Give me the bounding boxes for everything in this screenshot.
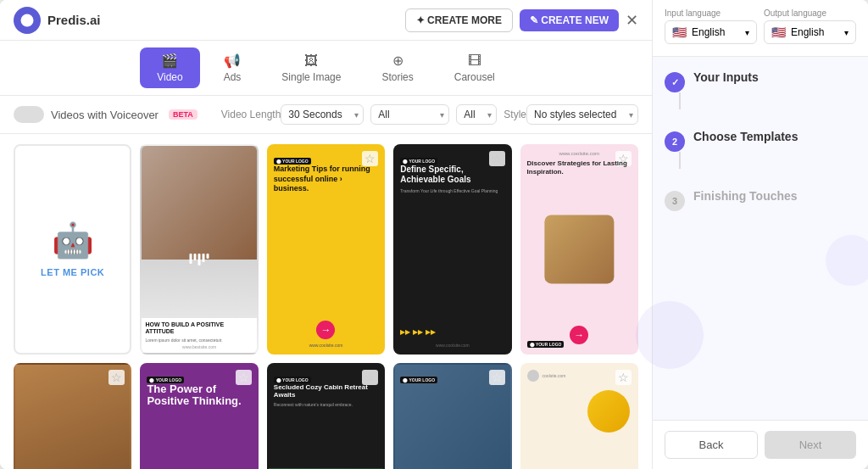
template-card-10[interactable]: ☆ coolsite.com ▶ xyxy=(520,363,638,469)
card4-site: www.coolsite.com xyxy=(395,343,509,348)
template-wrap: All xyxy=(456,104,497,125)
input-lang-select[interactable]: 🇺🇸 English ▾ xyxy=(665,20,757,44)
bookmark-icon-9[interactable]: ☆ xyxy=(489,370,505,385)
steps-area: ✓ Your Inputs 2 Choose Templates xyxy=(653,57,868,252)
step-2-row: 2 Choose Templates xyxy=(665,130,856,172)
beta-badge: BETA xyxy=(169,109,198,120)
tab-bar: 🎬 Video 📢 Ads 🖼 Single Image ⊕ Stories 🎞… xyxy=(0,41,652,96)
card7-title: The Power of Positive Thinking. xyxy=(147,383,251,408)
template-card-5[interactable]: ☆ www.coolsite.com Discover Strategies f… xyxy=(520,144,638,355)
card8-subtitle: Reconnect with nature's tranquil embrace… xyxy=(274,402,378,407)
logo-text: Predis.ai xyxy=(47,13,101,27)
orientation-wrap: All Portrait Landscape xyxy=(370,104,449,125)
decor-circle-left xyxy=(636,301,704,369)
card3-arrow: → xyxy=(316,321,335,339)
right-sidebar: Input language 🇺🇸 English ▾ Output langu… xyxy=(652,0,868,469)
card5-title: Discover Strategies for Lasting Inspirat… xyxy=(527,159,632,177)
create-new-button[interactable]: ✎ CREATE NEW xyxy=(520,9,619,31)
card5-arrow: → xyxy=(570,326,588,344)
tab-stories-label: Stories xyxy=(381,71,413,83)
top-nav: Predis.ai ✦ CREATE MORE ✎ CREATE NEW ✕ xyxy=(0,0,652,41)
tab-ads[interactable]: 📢 Ads xyxy=(207,47,259,88)
step-2-circle: 2 xyxy=(665,131,685,152)
carousel-icon: 🎞 xyxy=(468,53,481,69)
template-card-6[interactable]: ☆ ▶ xyxy=(14,363,131,469)
video-length-label: Video Length xyxy=(221,109,281,120)
input-lang-chevron: ▾ xyxy=(745,28,749,37)
sidebar-actions: Back Next xyxy=(653,420,868,469)
template-select[interactable]: All xyxy=(456,104,497,125)
output-lang-chevron: ▾ xyxy=(844,28,849,37)
grid-area: 🤖 LET ME PICK ☆ HOW TO BUILD A POSITIVE … xyxy=(0,134,652,469)
step-3-number: 3 xyxy=(672,196,677,206)
style-label: Style xyxy=(504,109,526,120)
step-2-label: Choose Templates xyxy=(693,130,798,143)
robot-icon: 🤖 xyxy=(52,221,94,260)
voiceover-toggle-wrap: Videos with Voiceover BETA xyxy=(14,106,198,123)
filter-group: Video Length 30 Seconds 15 Seconds 60 Se… xyxy=(221,104,638,125)
step-3-label: Finishing Touches xyxy=(693,189,798,203)
output-lang-select[interactable]: 🇺🇸 English ▾ xyxy=(764,20,856,44)
filter-bar: Videos with Voiceover BETA Video Length … xyxy=(0,96,652,134)
tab-carousel[interactable]: 🎞 Carousel xyxy=(437,48,512,88)
card4-title: Define Specific, Achievable Goals xyxy=(400,165,504,185)
step-1-connector xyxy=(679,92,681,109)
video-length-select[interactable]: 30 Seconds 15 Seconds 60 Seconds xyxy=(281,104,364,125)
tab-stories[interactable]: ⊕ Stories xyxy=(364,47,430,88)
step-1-label: Your Inputs xyxy=(693,70,759,84)
template-card-9[interactable]: ☆ ⬤ YOUR LOGO ▶ xyxy=(393,363,511,469)
step-1-circle: ✓ xyxy=(665,72,685,92)
step-3-circle: 3 xyxy=(665,191,685,211)
output-lang-label: Output language xyxy=(764,8,856,18)
card10-avatar xyxy=(527,370,539,382)
step-2-number: 2 xyxy=(672,137,677,147)
tab-single-image[interactable]: 🖼 Single Image xyxy=(264,48,358,88)
close-button[interactable]: ✕ xyxy=(626,11,638,30)
card5-site-top: www.coolsite.com xyxy=(527,151,632,156)
step-1-row: ✓ Your Inputs xyxy=(665,70,856,113)
output-lang-value: English xyxy=(791,26,824,38)
input-flag: 🇺🇸 xyxy=(672,25,687,39)
next-button[interactable]: Next xyxy=(765,431,856,459)
input-lang-label: Input language xyxy=(665,8,757,18)
card5-logo: ⬤ YOUR LOGO xyxy=(527,341,565,348)
card3-site: www.coolsite.com xyxy=(269,343,383,348)
decor-circle-right xyxy=(826,235,868,286)
card2-subtitle: Lorem ipsum dolor sit amet, consectetuir… xyxy=(145,338,253,343)
voiceover-toggle[interactable] xyxy=(14,106,44,123)
template-card-3[interactable]: ☆ ⬤ YOUR LOGO Marketing Tips for running… xyxy=(267,144,385,355)
card10-site: coolsite.com xyxy=(542,373,566,378)
input-lang-value: English xyxy=(692,26,725,38)
card3-logo: ⬤ YOUR LOGO xyxy=(274,158,311,165)
card4-subtitle: Transform Your Life through Effective Go… xyxy=(400,188,504,194)
create-more-button[interactable]: ✦ CREATE MORE xyxy=(405,8,513,32)
step-3-row: 3 Finishing Touches xyxy=(665,189,856,211)
card3-title: Marketing Tips for running successful on… xyxy=(274,165,378,194)
bookmark-icon-6[interactable]: ☆ xyxy=(108,370,125,385)
card10-circle xyxy=(587,390,630,433)
template-card-8[interactable]: ☆ ⬤ YOUR LOGO Secluded Cozy Cabin Retrea… xyxy=(267,363,385,469)
let-me-pick-card[interactable]: 🤖 LET ME PICK xyxy=(14,144,131,355)
video-icon: 🎬 xyxy=(161,53,178,69)
back-button[interactable]: Back xyxy=(665,431,758,459)
tab-video-label: Video xyxy=(157,71,182,83)
tab-ads-label: Ads xyxy=(224,71,242,83)
stories-icon: ⊕ xyxy=(392,53,403,69)
tab-video[interactable]: 🎬 Video xyxy=(140,47,199,88)
logo-area: Predis.ai xyxy=(14,7,101,34)
orientation-select[interactable]: All Portrait Landscape xyxy=(370,104,449,125)
single-image-icon: 🖼 xyxy=(304,53,318,69)
template-card-2[interactable]: ☆ HOW TO BUILD A POSITIVE ATTITUDE Lorem… xyxy=(140,144,258,355)
voiceover-label: Videos with Voiceover xyxy=(51,109,159,121)
svg-point-0 xyxy=(21,14,34,26)
style-select[interactable]: No styles selected Modern Classic xyxy=(526,104,638,125)
card8-title: Secluded Cozy Cabin Retreat Awaits xyxy=(274,383,378,399)
template-card-4[interactable]: ☆ ⬤ YOUR LOGO Define Specific, Achievabl… xyxy=(393,144,511,355)
template-grid: 🤖 LET ME PICK ☆ HOW TO BUILD A POSITIVE … xyxy=(14,144,638,469)
step-1-check: ✓ xyxy=(671,77,679,88)
card8-logo: ⬤ YOUR LOGO xyxy=(274,377,311,383)
tab-carousel-label: Carousel xyxy=(454,71,495,83)
lang-row: Input language 🇺🇸 English ▾ Output langu… xyxy=(665,8,856,44)
card2-footer: www.bestsite.com xyxy=(145,344,253,349)
template-card-7[interactable]: ☆ ⬤ YOUR LOGO The Power of Positive Thin… xyxy=(140,363,258,469)
